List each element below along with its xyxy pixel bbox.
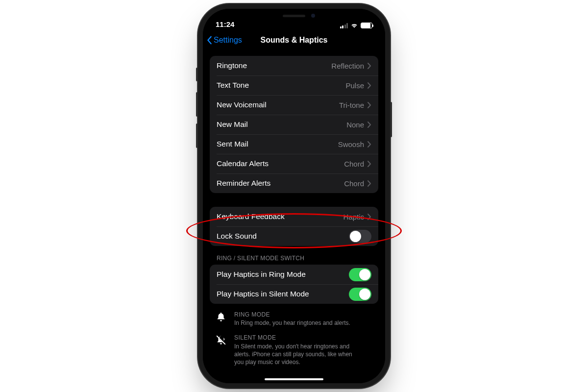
info-silent-mode: SILENT MODE In Silent mode, you don't he… [210,327,378,366]
chevron-right-icon [368,180,371,187]
info-title: SILENT MODE [234,334,362,342]
row-new-voicemail[interactable]: New Voicemail Tri-tone [210,95,378,115]
haptics-silent-toggle[interactable] [349,288,371,301]
bell-slash-icon [214,334,228,366]
navigation-bar: Settings Sounds & Haptics [203,30,385,50]
keyboard-lock-group: Keyboard Feedback Haptic Lock Sound [210,207,378,246]
row-label: Calendar Alerts [217,159,344,168]
front-camera [311,14,315,18]
cellular-signal-icon [340,23,348,28]
row-label: Text Tone [217,81,345,90]
chevron-right-icon [368,63,371,69]
row-value: Pulse [345,81,364,90]
row-label: New Voicemail [217,100,339,109]
info-desc: In Ring mode, you hear ringtones and ale… [234,319,350,327]
lock-sound-toggle[interactable] [349,230,371,243]
settings-content[interactable]: Ringtone Reflection Text Tone Pulse New … [203,50,385,383]
row-label: Reminder Alerts [217,179,344,188]
info-ring-mode: RING MODE In Ring mode, you hear rington… [210,304,378,327]
row-lock-sound[interactable]: Lock Sound [210,226,378,246]
chevron-right-icon [368,141,371,147]
info-desc: In Silent mode, you don't hear ringtones… [234,343,362,367]
chevron-left-icon [207,36,213,45]
sounds-group: Ringtone Reflection Text Tone Pulse New … [210,56,378,193]
bell-icon [214,311,228,327]
status-time: 11:24 [216,20,234,28]
row-keyboard-feedback[interactable]: Keyboard Feedback Haptic [210,207,378,226]
row-value: Tri-tone [339,101,364,109]
row-label: Play Haptics in Silent Mode [217,290,349,298]
row-value: Haptic [343,213,364,221]
notch [257,9,331,23]
back-button[interactable]: Settings [207,36,242,45]
row-sent-mail[interactable]: Sent Mail Swoosh [210,134,378,154]
chevron-right-icon [368,82,371,89]
row-value: Reflection [331,62,364,70]
row-label: Sent Mail [217,140,338,148]
row-play-haptics-ring[interactable]: Play Haptics in Ring Mode [210,265,378,284]
row-text-tone[interactable]: Text Tone Pulse [210,75,378,95]
mute-switch [196,68,198,81]
volume-up-button [196,92,198,117]
row-value: None [346,121,364,129]
chevron-right-icon [368,102,371,108]
row-ringtone[interactable]: Ringtone Reflection [210,56,378,75]
battery-icon [361,23,372,28]
row-label: Lock Sound [217,232,349,241]
home-indicator[interactable] [265,378,323,380]
row-reminder-alerts[interactable]: Reminder Alerts Chord [210,173,378,193]
section-header-ring-silent: RING / SILENT MODE SWITCH [210,246,378,265]
iphone-device-frame: 11:24 Settings Sounds & [203,9,385,383]
speaker-grille [283,15,305,17]
status-indicators [340,23,373,28]
row-label: Keyboard Feedback [217,212,343,221]
row-play-haptics-silent[interactable]: Play Haptics in Silent Mode [210,284,378,304]
chevron-right-icon [368,214,371,220]
chevron-right-icon [368,122,371,128]
row-new-mail[interactable]: New Mail None [210,115,378,134]
row-value: Chord [344,160,364,168]
row-value: Chord [344,179,364,188]
side-button [390,102,392,137]
row-label: Ringtone [217,61,331,70]
info-title: RING MODE [234,311,350,318]
wifi-icon [350,23,358,28]
row-label: New Mail [217,120,346,129]
haptics-group: Play Haptics in Ring Mode Play Haptics i… [210,265,378,304]
back-label: Settings [214,36,242,45]
row-label: Play Haptics in Ring Mode [217,270,349,279]
haptics-ring-toggle[interactable] [349,268,371,281]
row-calendar-alerts[interactable]: Calendar Alerts Chord [210,154,378,173]
screen: 11:24 Settings Sounds & [203,9,385,383]
volume-down-button [196,123,198,148]
chevron-right-icon [368,161,371,167]
row-value: Swoosh [338,140,364,148]
